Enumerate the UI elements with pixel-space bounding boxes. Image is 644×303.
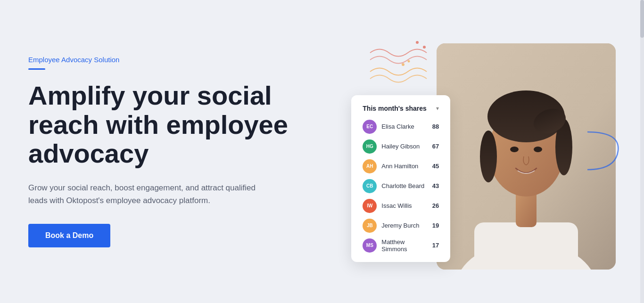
right-section: This month's shares ▾ ECElisa Clarke88HG… — [351, 29, 616, 274]
left-section: Employee Advocacy Solution Amplify your … — [28, 56, 351, 247]
svg-point-11 — [480, 131, 497, 182]
svg-point-2 — [402, 63, 405, 66]
person-count: 43 — [432, 182, 439, 189]
person-name: Charlotte Beard — [381, 182, 429, 189]
svg-point-14 — [534, 147, 542, 152]
person-name: Hailey Gibson — [381, 143, 429, 150]
person-count: 19 — [432, 222, 439, 229]
list-item: ECElisa Clarke88 — [363, 120, 439, 134]
avatar: JB — [363, 219, 377, 233]
list-item: CBCharlotte Beard43 — [363, 179, 439, 193]
list-item: MSMatthew Simmons17 — [363, 238, 439, 253]
book-demo-button[interactable]: Book a Demo — [28, 224, 110, 247]
svg-point-1 — [423, 46, 426, 49]
people-list: ECElisa Clarke88HGHailey Gibson67AHAnn H… — [363, 120, 439, 253]
widget-header: This month's shares ▾ — [363, 105, 439, 112]
avatar: IW — [363, 199, 377, 213]
person-name: Ann Hamilton — [381, 163, 429, 170]
list-item: IWIssac Willis26 — [363, 199, 439, 213]
svg-rect-6 — [474, 222, 578, 270]
svg-point-0 — [416, 41, 419, 44]
avatar: AH — [363, 159, 377, 173]
page-wrapper: Employee Advocacy Solution Amplify your … — [0, 0, 644, 303]
blue-decorative-shape — [583, 127, 620, 176]
person-count: 45 — [432, 163, 439, 170]
widget-card: This month's shares ▾ ECElisa Clarke88HG… — [351, 95, 450, 262]
person-name: Jeremy Burch — [381, 222, 429, 229]
svg-point-13 — [510, 147, 519, 152]
list-item: JBJeremy Burch19 — [363, 219, 439, 233]
hero-subtitle: Grow your social reach, boost engagement… — [28, 181, 264, 207]
widget-title: This month's shares — [363, 105, 427, 112]
avatar: CB — [363, 179, 377, 193]
person-name: Matthew Simmons — [381, 238, 429, 253]
avatar: MS — [363, 238, 377, 253]
hero-title: Amplify your social reach with employee … — [28, 81, 332, 168]
scrollbar-thumb[interactable] — [640, 0, 644, 38]
scrollbar[interactable] — [640, 0, 644, 303]
chevron-down-icon[interactable]: ▾ — [436, 105, 439, 112]
brand-label: Employee Advocacy Solution — [28, 56, 332, 64]
person-count: 88 — [432, 123, 439, 130]
avatar: HG — [363, 139, 377, 154]
list-item: HGHailey Gibson67 — [363, 139, 439, 154]
person-count: 67 — [432, 143, 439, 150]
person-count: 26 — [432, 202, 439, 209]
person-name: Issac Willis — [381, 202, 429, 209]
person-name: Elisa Clarke — [381, 123, 429, 130]
list-item: AHAnn Hamilton45 — [363, 159, 439, 173]
svg-point-3 — [408, 60, 410, 62]
brand-underline — [28, 68, 45, 70]
person-count: 17 — [432, 242, 439, 249]
decorative-lines — [365, 39, 431, 97]
avatar: EC — [363, 120, 377, 134]
